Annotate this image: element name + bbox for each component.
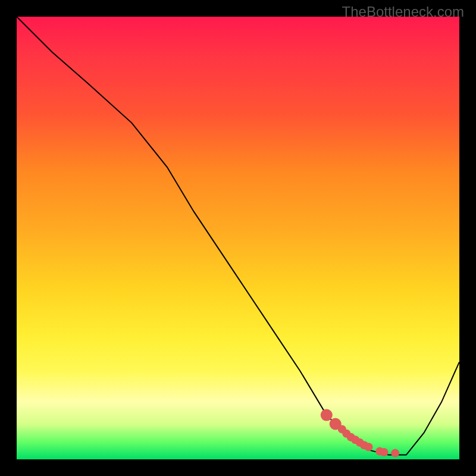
highlight-dot [365, 443, 373, 451]
highlight-dot [391, 449, 399, 458]
chart-svg [17, 17, 459, 459]
chart-plot-area [17, 17, 459, 459]
watermark-text: TheBottleneck.com [342, 4, 464, 20]
highlight-dot [380, 448, 389, 456]
chart-highlight-dots [321, 409, 399, 458]
chart-curve [17, 17, 459, 455]
highlight-dot [321, 409, 333, 421]
